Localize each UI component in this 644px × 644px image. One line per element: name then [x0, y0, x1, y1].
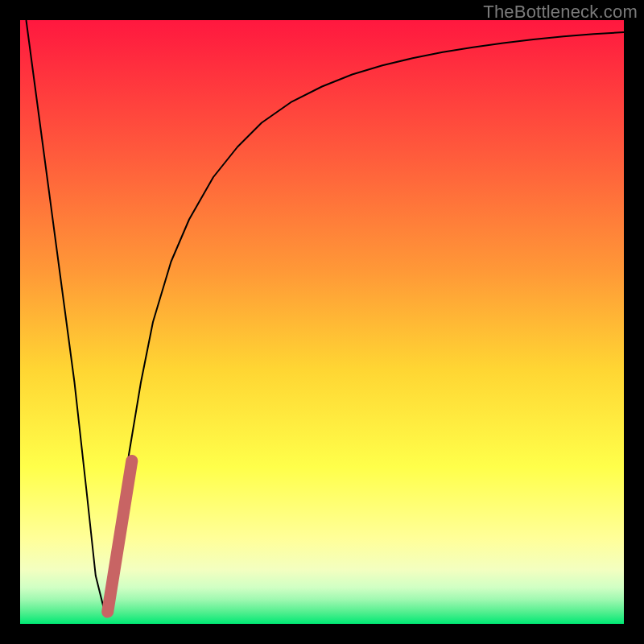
chart-overlay	[20, 20, 624, 624]
watermark-text: TheBottleneck.com	[483, 2, 638, 23]
marker-segment	[108, 461, 132, 613]
chart-frame: TheBottleneck.com	[0, 0, 644, 644]
chart-plot-area	[20, 20, 624, 624]
